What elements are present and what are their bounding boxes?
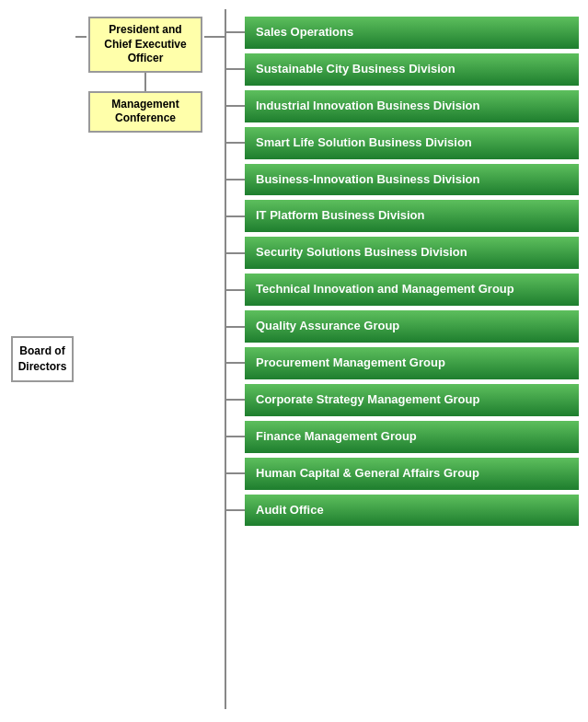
org-chart: Board of Directors President and Chief E…: [9, 9, 579, 709]
tick-10: [226, 362, 245, 364]
list-item: Business-Innovation Business Division: [226, 164, 579, 196]
tick-11: [226, 399, 245, 401]
list-item: Industrial Innovation Business Division: [226, 90, 579, 122]
list-item: Corporate Strategy Management Group: [226, 384, 579, 416]
list-item: Security Solutions Business Division: [226, 237, 579, 269]
list-item: Finance Management Group: [226, 421, 579, 453]
list-item: Human Capital & General Affairs Group: [226, 458, 579, 490]
node-technical-innovation: Technical Innovation and Management Grou…: [245, 274, 579, 306]
tick-13: [226, 472, 245, 474]
list-item: Quality Assurance Group: [226, 310, 579, 343]
node-smart-life: Smart Life Solution Business Division: [245, 127, 579, 159]
node-it-platform: IT Platform Business Division: [245, 200, 579, 232]
tick-14: [226, 509, 245, 511]
node-business-innovation: Business-Innovation Business Division: [245, 164, 579, 196]
h-line: [75, 36, 86, 38]
tick-1: [226, 31, 245, 33]
list-item: Audit Office: [226, 495, 579, 527]
nodes-column: Sales Operations Sustainable City Busine…: [226, 9, 579, 709]
list-item: Smart Life Solution Business Division: [226, 127, 579, 159]
node-security-solutions: Security Solutions Business Division: [245, 237, 579, 269]
list-item: IT Platform Business Division: [226, 200, 579, 232]
node-corporate-strategy: Corporate Strategy Management Group: [245, 384, 579, 416]
tick-5: [226, 179, 245, 180]
president-box: President and Chief Executive Officer: [88, 17, 202, 73]
president-label: President and Chief Executive Officer: [104, 23, 186, 64]
list-item: Sales Operations: [226, 17, 579, 49]
middle-column: President and Chief Executive Officer Ma…: [86, 9, 204, 709]
board-label: Board of Directors: [18, 344, 67, 373]
h-line2: [204, 36, 225, 38]
tick-12: [226, 436, 245, 437]
list-item: Procurement Management Group: [226, 347, 579, 379]
tick-7: [226, 252, 245, 254]
board-section: Board of Directors: [9, 9, 75, 709]
list-item: Sustainable City Business Division: [226, 53, 579, 86]
connector-board-president: [75, 9, 86, 709]
node-sales-operations: Sales Operations: [245, 17, 579, 49]
tick-4: [226, 142, 245, 144]
node-sustainable-city: Sustainable City Business Division: [245, 53, 579, 86]
node-procurement: Procurement Management Group: [245, 347, 579, 379]
connector-mid-spine: [204, 9, 225, 709]
tick-3: [226, 105, 245, 107]
node-audit-office: Audit Office: [245, 495, 579, 527]
management-label: Management Conference: [111, 98, 179, 125]
node-finance: Finance Management Group: [245, 421, 579, 453]
node-industrial-innovation: Industrial Innovation Business Division: [245, 90, 579, 122]
tick-8: [226, 289, 245, 291]
tick-6: [226, 215, 245, 217]
vline-president-mgmt: [144, 73, 146, 91]
board-of-directors: Board of Directors: [11, 336, 74, 382]
management-box: Management Conference: [88, 91, 202, 133]
node-quality-assurance: Quality Assurance Group: [245, 310, 579, 343]
node-human-capital: Human Capital & General Affairs Group: [245, 458, 579, 490]
list-item: Technical Innovation and Management Grou…: [226, 274, 579, 306]
tick-2: [226, 68, 245, 70]
tick-9: [226, 326, 245, 328]
